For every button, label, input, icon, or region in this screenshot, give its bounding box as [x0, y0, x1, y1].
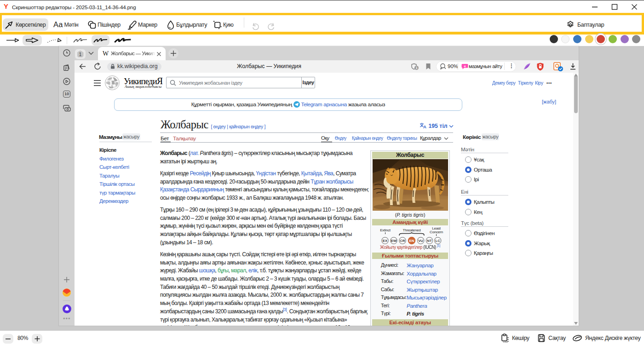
- svg-text:LC: LC: [435, 239, 440, 243]
- svg-text:Threatened: Threatened: [403, 228, 421, 232]
- svg-text:NT: NT: [427, 239, 432, 243]
- svg-text:Concern: Concern: [430, 230, 443, 234]
- svg-text:EX: EX: [383, 239, 388, 243]
- svg-text:VU: VU: [418, 239, 423, 243]
- svg-text:Extinct: Extinct: [380, 228, 391, 232]
- svg-text:A: A: [423, 124, 426, 129]
- svg-text:EN: EN: [409, 239, 414, 243]
- svg-text:1: 1: [415, 66, 417, 70]
- svg-text:«: «: [464, 63, 466, 68]
- svg-text:CR: CR: [400, 239, 405, 243]
- svg-text:EW: EW: [391, 239, 397, 243]
